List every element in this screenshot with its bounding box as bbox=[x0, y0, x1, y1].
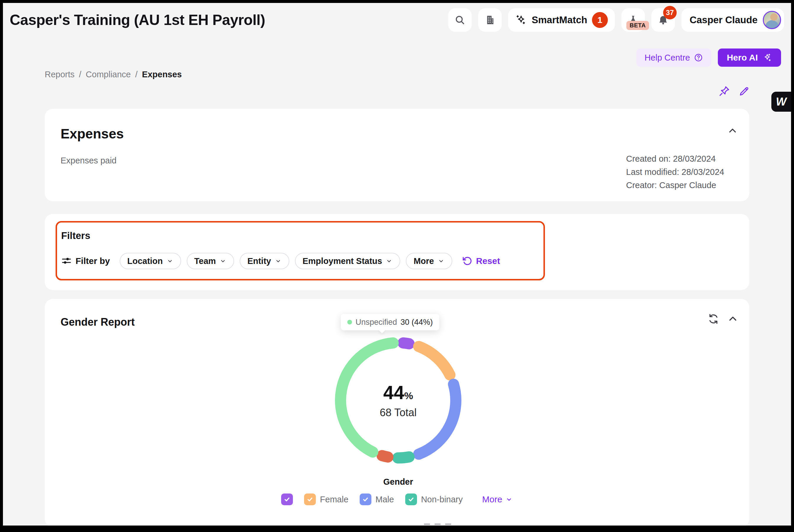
gender-donut-chart: 44% 68 Total bbox=[325, 327, 472, 474]
donut-segment[interactable] bbox=[382, 456, 388, 457]
notifications-button[interactable]: 37 bbox=[651, 8, 675, 32]
secondary-actions: Help Centre Hero AI bbox=[3, 49, 781, 67]
donut-segment-unspecified[interactable] bbox=[340, 343, 393, 452]
pin-icon[interactable] bbox=[718, 85, 731, 97]
donut-segment-non-binary[interactable] bbox=[398, 457, 409, 458]
rotate-ccw-icon bbox=[462, 256, 473, 266]
filter-by: Filter by bbox=[61, 256, 110, 266]
report-meta: Created on: 28/03/2024 Last modified: 28… bbox=[626, 152, 724, 192]
report-tools bbox=[718, 85, 751, 97]
chart-legend: Female Male Non-binary More bbox=[45, 494, 749, 505]
tooltip-value: 30 (44%) bbox=[401, 318, 433, 327]
chat-widget-tab[interactable]: W bbox=[771, 92, 791, 112]
chart-tooltip: Unspecified 30 (44%) bbox=[341, 314, 439, 330]
hero-ai-button[interactable]: Hero AI bbox=[718, 49, 781, 67]
user-menu[interactable]: Casper Claude bbox=[681, 8, 784, 32]
meta-modified: Last modified: 28/03/2024 bbox=[626, 166, 724, 179]
dropdown-label: More bbox=[413, 256, 434, 266]
user-name: Casper Claude bbox=[689, 14, 758, 25]
main-content: Expenses Expenses paid Created on: 28/03… bbox=[3, 109, 791, 527]
topbar-actions: SmartMatch 1 BETA 37 Casper Claude bbox=[448, 8, 784, 32]
filter-row: Filter by Location Team Entity bbox=[61, 253, 538, 269]
legend-item[interactable] bbox=[281, 494, 293, 505]
donut-svg bbox=[325, 327, 472, 474]
dropdown-label: Team bbox=[195, 256, 216, 266]
filter-by-label: Filter by bbox=[76, 256, 110, 266]
filter-dropdown-employment-status[interactable]: Employment Status bbox=[295, 253, 401, 269]
labs-button[interactable]: BETA bbox=[621, 8, 645, 32]
organisation-button[interactable] bbox=[478, 8, 502, 32]
check-icon bbox=[307, 496, 313, 503]
smartmatch-label: SmartMatch bbox=[532, 14, 587, 25]
chevron-down-icon bbox=[386, 258, 393, 265]
cut-off-element bbox=[424, 524, 451, 525]
legend-label: Female bbox=[320, 495, 349, 505]
legend-label: Male bbox=[375, 495, 394, 505]
gender-report-card: Gender Report Unspecified 30 (44%) bbox=[45, 299, 749, 527]
chevron-down-icon bbox=[275, 258, 282, 265]
reset-filters-button[interactable]: Reset bbox=[462, 256, 500, 266]
sliders-icon bbox=[61, 256, 72, 266]
donut-segment[interactable] bbox=[403, 343, 409, 344]
legend-checkbox[interactable] bbox=[405, 494, 417, 505]
filters-title: Filters bbox=[61, 229, 538, 242]
legend-item-female[interactable]: Female bbox=[304, 494, 349, 505]
legend-checkbox[interactable] bbox=[281, 494, 293, 505]
help-centre-label: Help Centre bbox=[645, 53, 690, 63]
top-bar: Casper's Training (AU 1st EH Payroll) bbox=[3, 3, 791, 32]
breadcrumb-compliance[interactable]: Compliance bbox=[86, 70, 131, 79]
legend-more-button[interactable]: More bbox=[482, 494, 513, 505]
chevron-down-icon bbox=[219, 258, 226, 265]
legend-checkbox[interactable] bbox=[359, 494, 371, 505]
expenses-collapse-button[interactable] bbox=[727, 125, 738, 137]
search-icon bbox=[454, 14, 465, 25]
donut-segment-female[interactable] bbox=[419, 346, 450, 375]
page-title: Casper's Training (AU 1st EH Payroll) bbox=[10, 12, 265, 28]
gender-report-actions bbox=[707, 313, 739, 325]
beta-badge: BETA bbox=[626, 21, 649, 30]
smartmatch-button[interactable]: SmartMatch 1 bbox=[508, 8, 615, 32]
legend-item-male[interactable]: Male bbox=[359, 494, 394, 505]
meta-created: Created on: 28/03/2024 bbox=[626, 152, 724, 166]
chevron-down-icon bbox=[505, 496, 513, 503]
search-button[interactable] bbox=[448, 8, 472, 32]
app-window: Casper's Training (AU 1st EH Payroll) bbox=[0, 0, 794, 532]
dropdown-label: Location bbox=[127, 256, 163, 266]
filter-dropdown-team[interactable]: Team bbox=[187, 253, 234, 269]
tooltip-label: Unspecified bbox=[355, 318, 397, 327]
expenses-card: Expenses Expenses paid Created on: 28/03… bbox=[45, 109, 749, 201]
hero-ai-label: Hero AI bbox=[727, 53, 758, 63]
filter-dropdown-location[interactable]: Location bbox=[120, 253, 181, 269]
filters-highlight-box: Filters Filter by Location bbox=[56, 221, 545, 280]
sparkle-icon bbox=[762, 53, 772, 63]
check-icon bbox=[283, 496, 291, 503]
pencil-icon[interactable] bbox=[738, 85, 751, 97]
chevron-up-icon bbox=[727, 125, 738, 136]
filter-dropdown-entity[interactable]: Entity bbox=[240, 253, 289, 269]
breadcrumb-separator: / bbox=[135, 70, 137, 79]
legend-item-non-binary[interactable]: Non-binary bbox=[405, 494, 463, 505]
filters-card: Filters Filter by Location bbox=[45, 214, 749, 290]
tooltip-series-dot bbox=[347, 320, 352, 324]
breadcrumb-separator: / bbox=[79, 70, 81, 79]
question-circle-icon bbox=[694, 53, 703, 62]
chat-widget-logo: W bbox=[776, 96, 787, 108]
meta-creator: Creator: Casper Claude bbox=[626, 179, 724, 192]
chevron-up-icon[interactable] bbox=[727, 313, 739, 325]
chevron-down-icon bbox=[438, 258, 445, 265]
breadcrumb-current-expenses: Expenses bbox=[142, 70, 182, 79]
breadcrumb-reports[interactable]: Reports bbox=[45, 70, 75, 79]
sparkle-icon bbox=[515, 14, 527, 26]
check-icon bbox=[408, 496, 414, 503]
dropdown-label: Employment Status bbox=[302, 256, 382, 266]
reset-label: Reset bbox=[476, 256, 500, 266]
donut-segment-male[interactable] bbox=[419, 384, 456, 454]
refresh-icon[interactable] bbox=[707, 313, 719, 325]
smartmatch-badge: 1 bbox=[592, 12, 608, 28]
legend-checkbox[interactable] bbox=[304, 494, 316, 505]
help-centre-button[interactable]: Help Centre bbox=[636, 49, 712, 67]
chart-axis-label: Gender bbox=[325, 477, 472, 487]
expenses-card-title: Expenses bbox=[60, 126, 734, 142]
filter-dropdown-more[interactable]: More bbox=[406, 253, 452, 269]
dropdown-label: Entity bbox=[247, 256, 271, 266]
